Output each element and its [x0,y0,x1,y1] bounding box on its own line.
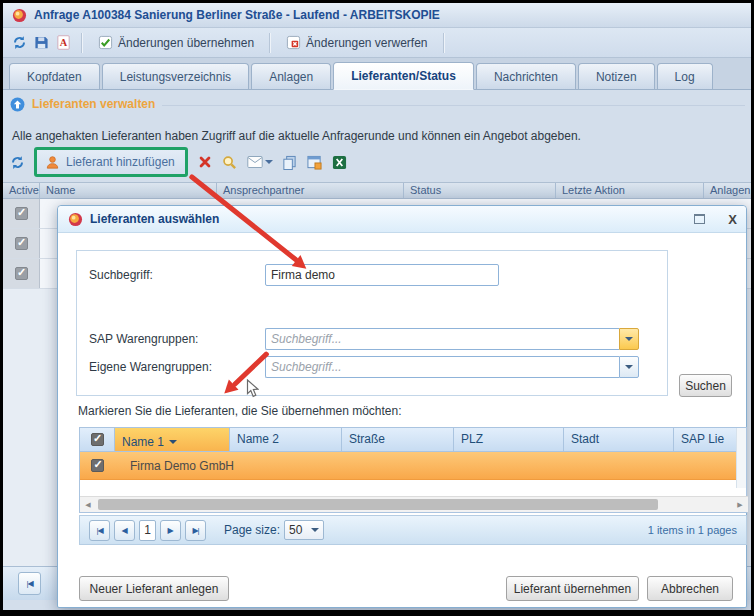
dropdown-trigger[interactable] [619,356,639,378]
active-cell [3,259,40,288]
last-page-button[interactable] [185,520,206,541]
own-groups-label: Eigene Warengruppen: [89,360,212,374]
sap-groups-combo [265,328,639,350]
dropdown-trigger[interactable] [619,328,639,350]
page-size-value: 50 [289,523,302,537]
column-header-plz[interactable]: PLZ [454,428,564,451]
column-header-active[interactable]: Active [3,183,40,198]
window-title: Anfrage A100384 Sanierung Berliner Straß… [34,8,440,22]
next-page-button[interactable] [160,520,181,541]
active-checkbox[interactable] [15,267,28,280]
copy-icon[interactable] [282,154,298,170]
toolbar-separator [269,33,270,53]
active-checkbox[interactable] [15,207,28,220]
active-checkbox[interactable] [15,237,28,250]
tab-nachrichten[interactable]: Nachrichten [476,63,576,89]
titlebar: Anfrage A100384 Sanierung Berliner Straß… [3,3,751,28]
collapse-up-icon[interactable] [9,96,25,112]
supplier-grid-header: Active Name Ansprechpartner Status Letzt… [3,182,751,199]
cancel-button[interactable]: Abbrechen [647,576,733,601]
column-header-stadt[interactable]: Stadt [564,428,674,451]
sort-desc-icon [169,440,177,448]
app-window: Anfrage A100384 Sanierung Berliner Straß… [0,0,754,616]
horizontal-scrollbar[interactable]: ◀ ▶ [80,496,748,512]
table-transfer-icon[interactable] [307,154,323,170]
section-title: Lieferanten verwalten [32,97,155,111]
dialog-button-row: Neuer Lieferant anlegen Lieferant überne… [58,576,748,601]
scroll-right-icon[interactable]: ▶ [732,497,748,512]
sap-groups-label: SAP Warengruppen: [89,332,198,346]
tab-bar: Kopfdaten Leistungsverzeichnis Anlagen L… [3,58,751,90]
save-icon[interactable] [33,35,49,51]
discard-x-icon [285,35,301,51]
vertical-scrollbar[interactable] [736,428,746,488]
first-page-button[interactable] [89,520,110,541]
dialog-supplier-grid: Name 1 Name 2 Straße PLZ Stadt SAP Lie F… [79,427,747,513]
scroll-left-icon[interactable]: ◀ [80,497,96,512]
app-icon [11,7,27,23]
section-rule [162,105,745,106]
chevron-down-icon [625,337,633,345]
new-supplier-button[interactable]: Neuer Lieferant anlegen [79,576,229,601]
tab-anlagen[interactable]: Anlagen [251,63,331,89]
dialog-title: Lieferanten auswählen [90,212,687,226]
scrollbar-thumb[interactable] [98,499,658,510]
first-page-button[interactable] [18,572,41,595]
supplier-info-text: Alle angehakten Lieferanten haben Zugrif… [12,129,581,143]
toolbar-separator [81,33,82,53]
tab-log[interactable]: Log [657,63,713,89]
column-header-status[interactable]: Status [404,183,556,198]
search-term-label: Suchbegriff: [89,268,153,282]
select-all-checkbox[interactable] [91,433,104,446]
own-groups-input[interactable] [265,356,619,378]
apply-changes-button[interactable]: Änderungen übernehmen [92,32,259,54]
pdf-icon[interactable]: A [55,35,71,51]
sap-groups-input[interactable] [265,328,619,350]
column-header-name[interactable]: Name [40,183,217,198]
supplier-toolbar: Lieferant hinzufügen [9,147,348,177]
tab-kopfdaten[interactable]: Kopfdaten [9,63,100,89]
apply-check-icon [97,35,113,51]
delete-icon[interactable] [197,154,213,170]
column-header-name2[interactable]: Name 2 [230,428,342,451]
column-header-name1[interactable]: Name 1 [115,428,230,451]
chevron-down-icon [265,160,273,168]
main-toolbar: A Änderungen übernehmen Änderungen verwe… [3,28,751,58]
discard-changes-button[interactable]: Änderungen verwerfen [280,32,432,54]
excel-icon[interactable] [332,154,348,170]
tab-notizen[interactable]: Notizen [578,63,655,89]
select-suppliers-dialog: Lieferanten auswählen X Suchbegriff: SAP… [57,205,747,608]
discard-changes-label: Änderungen verwerfen [306,36,427,50]
current-page-box[interactable]: 1 [139,520,156,541]
column-header-letzte-aktion[interactable]: Letzte Aktion [556,183,704,198]
column-header-anlagen[interactable]: Anlagen [704,183,751,198]
tab-leistungsverzeichnis[interactable]: Leistungsverzeichnis [102,63,249,89]
take-supplier-button[interactable]: Lieferant übernehmen [506,576,639,601]
close-icon[interactable]: X [728,213,737,226]
column-header-ansprechpartner[interactable]: Ansprechpartner [217,183,404,198]
chevron-down-icon [311,528,319,536]
row-checkbox[interactable] [91,459,104,472]
person-add-icon [44,154,60,170]
supplier-result-row[interactable]: Firma Demo GmbH [80,452,746,480]
tab-lieferanten-status[interactable]: Lieferanten/Status [333,62,474,90]
chevron-down-icon [625,365,633,373]
search-button[interactable]: Suchen [679,374,732,397]
add-supplier-label: Lieferant hinzufügen [66,155,175,169]
search-panel: Suchbegriff: SAP Warengruppen: Eigene Wa… [76,250,668,396]
row-check-cell [80,459,115,472]
search-icon[interactable] [222,154,238,170]
own-groups-combo [265,356,639,378]
refresh-icon[interactable] [9,154,25,170]
column-header-strasse[interactable]: Straße [342,428,454,451]
svg-text:A: A [59,37,67,48]
refresh-icon[interactable] [11,35,27,51]
maximize-icon[interactable] [694,214,705,224]
prev-page-button[interactable] [114,520,135,541]
mail-icon [247,154,263,170]
add-supplier-button[interactable]: Lieferant hinzufügen [34,147,188,177]
dialog-grid-header: Name 1 Name 2 Straße PLZ Stadt SAP Lie [80,428,746,452]
mail-menu-button[interactable] [247,154,273,170]
page-size-select[interactable]: 50 [284,520,324,540]
mouse-cursor [246,379,259,402]
